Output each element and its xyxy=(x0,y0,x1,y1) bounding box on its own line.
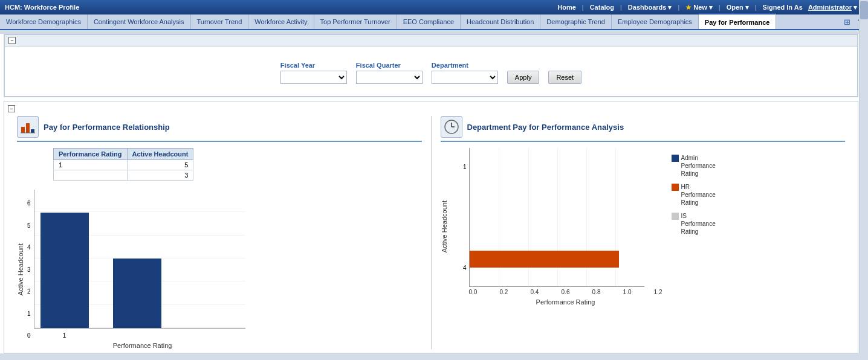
bar-chart-icon xyxy=(19,118,36,135)
svg-rect-2 xyxy=(31,129,34,133)
legend-is-color xyxy=(672,213,679,220)
left-chart-icon xyxy=(17,116,39,138)
department-select[interactable] xyxy=(432,71,498,84)
chart-legend: AdminPerformanceRating HRPerformanceRati… xyxy=(672,154,726,236)
legend-admin-label: AdminPerformanceRating xyxy=(681,154,716,178)
tab-turnover-trend[interactable]: Turnover Trend xyxy=(191,14,249,29)
y-label-2: 2 xyxy=(27,288,31,295)
right-chart-icon xyxy=(441,116,462,138)
legend-hr-label: HRPerformanceRating xyxy=(681,183,716,207)
table-cell-headcount-1: 5 xyxy=(127,160,193,170)
table-cell-rating-2 xyxy=(54,170,128,181)
fiscal-quarter-select[interactable] xyxy=(356,71,423,84)
v-bar-1-label: 1 xyxy=(63,332,66,339)
apply-button[interactable]: Apply xyxy=(507,71,540,84)
department-group: Department xyxy=(432,62,498,84)
y-label-5: 5 xyxy=(27,222,31,229)
filter-section: − Fiscal Year Fiscal Quarter xyxy=(4,34,858,97)
tab-workforce-activity[interactable]: Workforce Activity xyxy=(248,14,314,29)
x-label-06: 0.6 xyxy=(562,289,570,295)
collapse-icon[interactable]: − xyxy=(8,37,16,44)
h-chart-container: Active Headcount 1 4 xyxy=(441,148,846,306)
h-y-label-4: 4 xyxy=(451,265,467,271)
h-chart-body: 1 4 xyxy=(451,148,662,306)
signed-in-label: Signed In As Administrator ▾ xyxy=(757,0,863,14)
filter-section-header[interactable]: − xyxy=(4,34,858,46)
svg-rect-0 xyxy=(21,127,25,133)
filter-section-content: Fiscal Year Fiscal Quarter Department xyxy=(4,46,858,97)
fiscal-year-select[interactable] xyxy=(280,71,347,84)
right-chart-title: Department Pay for Performance Analysis xyxy=(467,123,624,132)
x-label-04: 0.4 xyxy=(531,289,539,295)
nav-new[interactable]: ★ New ▾ xyxy=(679,0,719,14)
left-chart-title-bar: Pay for Performance Relationship xyxy=(17,116,422,142)
admin-link[interactable]: Administrator xyxy=(808,4,852,11)
tab-contingent-workforce[interactable]: Contingent Workforce Analysis xyxy=(88,14,191,29)
x-label-10: 1.0 xyxy=(623,289,632,295)
fiscal-quarter-label: Fiscal Quarter xyxy=(356,62,423,69)
y-label-3: 3 xyxy=(27,266,31,273)
h-chart-area: 1 4 xyxy=(451,148,662,287)
tab-headcount-distribution[interactable]: Headcount Distribution xyxy=(461,14,540,29)
table-cell-headcount-2: 3 xyxy=(127,170,193,181)
scrollbar[interactable] xyxy=(859,0,868,353)
performance-table: Performance Rating Active Headcount 1 5 xyxy=(53,148,193,181)
charts-section: − Pay for Performan xyxy=(4,101,858,353)
table-row: 1 5 xyxy=(54,160,193,170)
x-label-0: 0.0 xyxy=(469,289,478,295)
chevron-down-icon3: ▾ xyxy=(745,4,749,11)
fiscal-quarter-group: Fiscal Quarter xyxy=(356,62,423,84)
scrollbar-thumb[interactable] xyxy=(860,1,868,19)
legend-is-label: ISPerformanceRating xyxy=(681,212,716,236)
tab-top-performer-turnover[interactable]: Top Performer Turnover xyxy=(314,14,397,29)
clock-icon xyxy=(443,118,460,135)
nav-open-label: Open xyxy=(727,4,743,11)
table-cell-rating-1: 1 xyxy=(54,160,128,170)
left-y-axis-label: Active Headcount xyxy=(17,243,24,295)
left-chart-panel: Pay for Performance Relationship Perform… xyxy=(8,116,431,349)
nav-bar: Home | Catalog | Dashboards ▾ | ★ New ▾ … xyxy=(551,0,863,14)
nav-catalog[interactable]: Catalog xyxy=(584,0,620,14)
left-x-axis-label: Performance Rating xyxy=(40,342,245,349)
nav-new-label: New xyxy=(693,4,707,11)
y-label-6: 6 xyxy=(27,200,31,207)
table-header-headcount: Active Headcount xyxy=(127,149,193,160)
app-title: HCM: Workforce Profile xyxy=(5,4,79,11)
tab-demographic-trend[interactable]: Demographic Trend xyxy=(540,14,612,29)
charts-collapse-icon[interactable]: − xyxy=(8,105,15,112)
h-x-labels: 0.0 0.2 0.4 0.6 0.8 1.0 1.2 xyxy=(469,287,662,295)
main-content: − Fiscal Year Fiscal Quarter xyxy=(0,34,868,353)
right-chart-title-bar: Department Pay for Performance Analysis xyxy=(441,116,846,142)
fiscal-year-group: Fiscal Year xyxy=(280,62,347,84)
manage-tabs-icon[interactable]: ⊞ xyxy=(841,16,853,28)
chevron-down-icon4: ▾ xyxy=(853,4,857,11)
charts-row: Pay for Performance Relationship Perform… xyxy=(8,116,854,349)
x-label-02: 0.2 xyxy=(500,289,508,295)
tab-workforce-demographics[interactable]: Workforce Demographics xyxy=(0,14,88,29)
right-y-axis-label: Active Headcount xyxy=(441,201,448,252)
v-chart-container: Active Headcount 6 5 4 3 2 1 0 xyxy=(17,190,422,349)
tab-pay-for-performance[interactable]: Pay for Performance xyxy=(699,13,777,29)
nav-dashboards[interactable]: Dashboards ▾ xyxy=(622,0,678,14)
fiscal-year-label: Fiscal Year xyxy=(280,62,347,69)
x-label-12: 1.2 xyxy=(654,289,662,295)
legend-is: ISPerformanceRating xyxy=(672,212,726,236)
y-label-0: 0 xyxy=(27,332,31,339)
v-bar-area: 1 xyxy=(34,190,245,329)
legend-hr: HRPerformanceRating xyxy=(672,183,726,207)
nav-home[interactable]: Home xyxy=(551,0,582,14)
reset-button[interactable]: Reset xyxy=(548,71,581,84)
y-label-1: 1 xyxy=(27,310,31,317)
tab-employee-demographics[interactable]: Employee Demographics xyxy=(612,14,699,29)
tab-bar: Workforce Demographics Contingent Workfo… xyxy=(0,14,868,30)
h-bar-orange xyxy=(470,251,619,268)
right-x-axis-label: Performance Rating xyxy=(469,298,662,306)
table-header-rating: Performance Rating xyxy=(54,149,128,160)
y-label-4: 4 xyxy=(27,244,31,251)
chevron-down-icon: ▾ xyxy=(668,4,672,11)
legend-admin: AdminPerformanceRating xyxy=(672,154,726,178)
tab-eeo-compliance[interactable]: EEO Compliance xyxy=(397,14,461,29)
nav-open[interactable]: Open ▾ xyxy=(721,0,755,14)
v-bar-2 xyxy=(113,259,161,328)
filter-area: Fiscal Year Fiscal Quarter Department xyxy=(11,53,851,90)
